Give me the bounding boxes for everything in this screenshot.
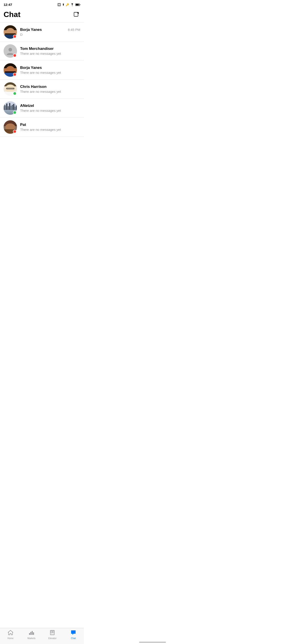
chat-preview-borja1: D	[20, 33, 22, 36]
key-icon: 🔑	[66, 3, 69, 6]
nav-item-home[interactable]: Home	[4, 630, 17, 640]
svg-rect-12	[33, 632, 34, 635]
svg-rect-15	[52, 631, 54, 633]
chat-preview-borja2: There are no messages yet	[20, 71, 61, 74]
markets-icon	[28, 630, 34, 636]
chat-preview-chris: There are no messages yet	[20, 90, 61, 94]
chat-name-borja2: Borja Yanes	[20, 66, 42, 70]
avatar-wrapper-tom	[4, 44, 17, 58]
chat-preview-pat: There are no messages yet	[20, 128, 61, 132]
sim-icon: 🔲	[58, 3, 61, 6]
chat-name-anetzel: ANetzel	[20, 104, 34, 108]
home-svg	[8, 630, 14, 635]
compose-button[interactable]	[72, 10, 80, 18]
chat-content-anetzel: ANetzel There are no messages yet	[20, 104, 80, 113]
chat-header-row: Pat	[20, 122, 80, 127]
markets-svg	[28, 630, 34, 635]
nav-label-home: Home	[8, 637, 14, 640]
chat-preview-tom: There are no messages yet	[20, 52, 61, 56]
svg-rect-11	[32, 631, 33, 635]
avatar-wrapper-borja1	[4, 25, 17, 39]
svg-rect-3	[76, 4, 79, 5]
svg-rect-14	[51, 631, 52, 633]
chat-header-row: Chris Harrison	[20, 84, 80, 89]
chat-content-pat: Pat There are no messages yet	[20, 122, 80, 132]
status-bar: 12:47 🔲 ⬆ 🔑	[0, 0, 84, 8]
svg-rect-2	[80, 4, 80, 5]
avatar-wrapper-pat	[4, 120, 17, 134]
chat-header: Chat	[0, 8, 84, 22]
wifi-icon	[70, 3, 74, 6]
page-title: Chat	[4, 10, 20, 19]
nav-label-chat: Chat	[71, 637, 76, 640]
elevator-icon	[50, 630, 55, 636]
chat-name-chris: Chris Harrison	[20, 84, 46, 89]
chat-svg	[70, 630, 76, 635]
chat-preview-anetzel: There are no messages yet	[20, 109, 61, 112]
nav-label-elevator: Elevator	[48, 637, 56, 640]
avatar-wrapper-borja2	[4, 63, 17, 77]
nav-label-markets: Markets	[28, 637, 36, 640]
status-dot-pat	[13, 130, 16, 133]
chat-name-tom: Tom Merchandiser	[20, 46, 54, 51]
main-content: Borja Yanes 8:45 PM D Tom Merchandi	[0, 22, 84, 154]
chat-content-chris: Chris Harrison There are no messages yet	[20, 84, 80, 94]
compose-icon	[73, 12, 79, 18]
chat-time-borja1: 8:45 PM	[68, 28, 80, 32]
chat-header-row: Borja Yanes 8:45 PM	[20, 28, 80, 32]
nav-icon: ⬆	[62, 3, 64, 6]
svg-point-0	[72, 6, 72, 6]
status-time: 12:47	[4, 3, 12, 6]
nav-item-elevator[interactable]: Elevator	[46, 630, 59, 640]
home-icon	[8, 630, 14, 636]
svg-rect-9	[29, 633, 30, 635]
bottom-nav: Home Markets Elevator	[0, 628, 84, 644]
avatar-wrapper-anetzel	[4, 101, 17, 115]
chat-item-pat[interactable]: Pat There are no messages yet	[0, 118, 84, 137]
chat-item-borja2[interactable]: Borja Yanes There are no messages yet	[0, 60, 84, 80]
chat-header-row: Borja Yanes	[20, 66, 80, 70]
chat-list: Borja Yanes 8:45 PM D Tom Merchandi	[0, 22, 84, 137]
status-dot-tom	[13, 54, 16, 57]
status-dot-borja1	[13, 35, 16, 38]
chat-name-borja1: Borja Yanes	[20, 28, 42, 32]
nav-item-markets[interactable]: Markets	[25, 630, 38, 640]
chat-content-tom: Tom Merchandiser There are no messages y…	[20, 46, 80, 56]
avatar-wrapper-chris	[4, 82, 17, 96]
chat-item-anetzel[interactable]: ANetzel There are no messages yet	[0, 98, 84, 118]
chat-content-borja1: Borja Yanes 8:45 PM D	[20, 28, 80, 37]
nav-item-chat[interactable]: Chat	[67, 630, 80, 640]
chat-item-tom[interactable]: Tom Merchandiser There are no messages y…	[0, 42, 84, 60]
chat-icon	[70, 630, 76, 636]
chat-item-borja1[interactable]: Borja Yanes 8:45 PM D	[0, 22, 84, 42]
status-dot-chris	[13, 92, 16, 95]
status-icons: 🔲 ⬆ 🔑	[58, 3, 80, 6]
status-dot-borja2	[13, 73, 16, 76]
svg-rect-10	[30, 632, 31, 635]
battery-icon	[75, 3, 80, 6]
chat-item-chris[interactable]: Chris Harrison There are no messages yet	[0, 80, 84, 98]
svg-point-8	[8, 48, 12, 52]
chat-content-borja2: Borja Yanes There are no messages yet	[20, 66, 80, 75]
status-dot-anetzel	[13, 111, 16, 114]
elevator-svg	[50, 630, 55, 635]
chat-name-pat: Pat	[20, 122, 26, 127]
chat-header-row: Tom Merchandiser	[20, 46, 80, 51]
chat-header-row: ANetzel	[20, 104, 80, 108]
